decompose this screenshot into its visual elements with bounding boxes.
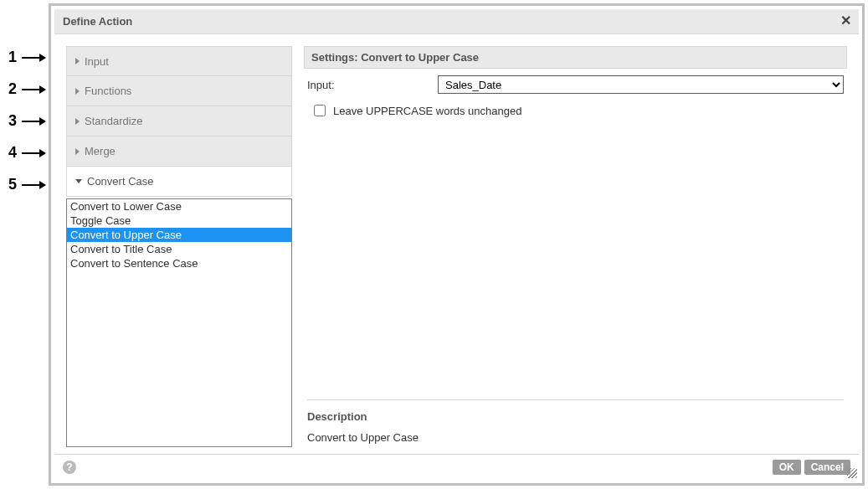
callout-3: 3 xyxy=(2,112,45,130)
description-text: Convert to Upper Case xyxy=(307,431,844,444)
settings-panel: Settings: Convert to Upper Case Input: S… xyxy=(304,46,847,447)
description-block: Description Convert to Upper Case xyxy=(307,399,844,444)
dialog-body: Input Functions Standardize Merge xyxy=(54,34,859,454)
define-action-dialog: Define Action ✕ Input Functions Stan xyxy=(54,9,859,480)
accordion-section-input[interactable]: Input xyxy=(66,46,292,76)
input-select[interactable]: Sales_Date xyxy=(438,75,844,94)
convert-case-listbox[interactable]: Convert to Lower Case Toggle Case Conver… xyxy=(66,198,292,447)
arrow-icon xyxy=(22,121,45,122)
list-item[interactable]: Toggle Case xyxy=(67,214,291,228)
arrow-icon xyxy=(22,57,45,59)
footer-buttons: OK Cancel xyxy=(773,460,850,475)
sidebar: Input Functions Standardize Merge xyxy=(66,46,292,447)
input-row: Input: Sales_Date xyxy=(307,75,844,94)
callout-2: 2 xyxy=(2,80,45,98)
list-item[interactable]: Convert to Sentence Case xyxy=(67,256,291,270)
chevron-right-icon xyxy=(75,58,80,64)
accordion-label: Convert Case xyxy=(87,175,153,188)
accordion: Input Functions Standardize Merge xyxy=(66,46,292,197)
callout-5: 5 xyxy=(2,176,45,193)
callout-3-num: 3 xyxy=(2,112,17,130)
chevron-down-icon xyxy=(75,179,82,183)
callout-4-num: 4 xyxy=(2,144,17,162)
uppercase-unchanged-row: Leave UPPERCASE words unchanged xyxy=(307,102,844,119)
list-item[interactable]: Convert to Upper Case xyxy=(67,228,291,242)
accordion-section-standardize[interactable]: Standardize xyxy=(66,106,292,136)
uppercase-unchanged-checkbox[interactable] xyxy=(314,105,326,116)
spacer xyxy=(307,127,844,388)
footer: ? OK Cancel xyxy=(54,454,859,480)
description-title: Description xyxy=(307,410,844,423)
settings-header: Settings: Convert to Upper Case xyxy=(304,46,847,69)
cancel-button[interactable]: Cancel xyxy=(804,460,850,475)
chevron-right-icon xyxy=(75,118,80,125)
dialog-frame: Define Action ✕ Input Functions Stan xyxy=(49,3,865,486)
list-item[interactable]: Convert to Title Case xyxy=(67,242,291,256)
accordion-label: Merge xyxy=(85,145,116,157)
chevron-right-icon xyxy=(75,88,80,95)
dialog-title: Define Action xyxy=(63,15,132,28)
settings-body: Input: Sales_Date Leave UPPERCASE words … xyxy=(304,69,847,447)
titlebar: Define Action ✕ xyxy=(54,9,859,34)
accordion-section-functions[interactable]: Functions xyxy=(66,76,292,106)
uppercase-unchanged-label: Leave UPPERCASE words unchanged xyxy=(333,105,521,117)
callout-4: 4 xyxy=(2,144,45,162)
arrow-icon xyxy=(22,89,45,90)
accordion-label: Standardize xyxy=(85,115,142,127)
ok-button[interactable]: OK xyxy=(773,460,801,475)
callout-2-num: 2 xyxy=(2,80,17,98)
callout-5-num: 5 xyxy=(2,176,17,193)
arrow-icon xyxy=(22,152,45,154)
list-item[interactable]: Convert to Lower Case xyxy=(67,199,291,214)
arrow-icon xyxy=(22,184,45,186)
callout-1: 1 xyxy=(2,49,45,66)
chevron-right-icon xyxy=(75,148,80,155)
accordion-label: Input xyxy=(85,55,109,68)
input-label: Input: xyxy=(307,79,433,91)
accordion-section-convert-case[interactable]: Convert Case xyxy=(66,167,292,197)
accordion-section-merge[interactable]: Merge xyxy=(66,136,292,167)
help-icon[interactable]: ? xyxy=(63,461,76,474)
accordion-label: Functions xyxy=(85,85,131,97)
close-icon[interactable]: ✕ xyxy=(839,14,852,28)
callout-1-num: 1 xyxy=(2,49,17,66)
resize-handle-icon[interactable] xyxy=(847,468,857,478)
input-select-wrap: Sales_Date xyxy=(438,75,844,94)
